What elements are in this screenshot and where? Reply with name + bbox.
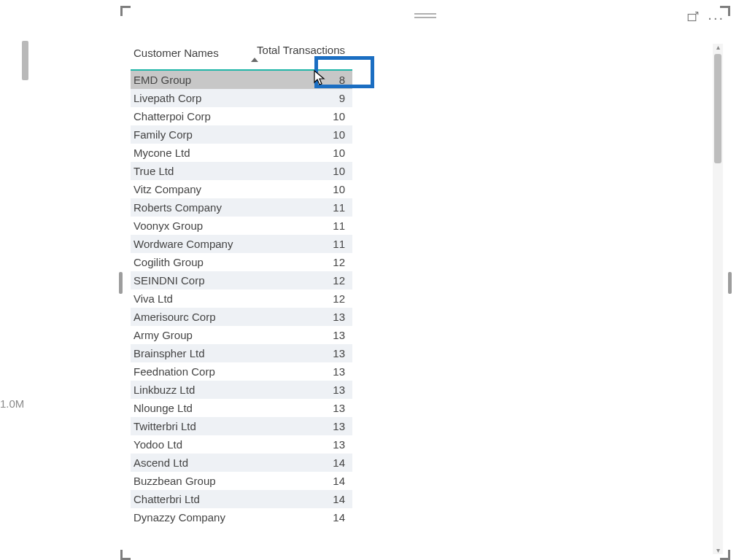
sort-ascending-icon xyxy=(251,58,258,62)
table-row[interactable]: Family Corp10 xyxy=(131,125,352,144)
table-scrollbar[interactable]: ▴ ▾ xyxy=(713,44,723,554)
cell-customer-name[interactable]: Family Corp xyxy=(131,125,246,144)
table-row[interactable]: Ascend Ltd14 xyxy=(131,454,352,472)
table-row[interactable]: Livepath Corp9 xyxy=(131,89,352,107)
cell-customer-name[interactable]: Army Group xyxy=(131,326,246,344)
cell-total-transactions[interactable]: 11 xyxy=(246,198,352,217)
table-row[interactable]: Chatterpoi Corp10 xyxy=(131,107,352,125)
cell-total-transactions[interactable]: 13 xyxy=(246,435,352,454)
cell-total-transactions[interactable]: 11 xyxy=(246,217,352,235)
cell-total-transactions[interactable]: 10 xyxy=(246,107,352,125)
table-row[interactable]: EMD Group8 xyxy=(131,70,352,89)
scroll-down-icon[interactable]: ▾ xyxy=(714,547,721,554)
cell-customer-name[interactable]: Chatterbri Ltd xyxy=(131,490,246,508)
cell-customer-name[interactable]: Vitz Company xyxy=(131,180,246,198)
table-wrap: Customer Names Total Transactions EMD Gr… xyxy=(131,39,352,560)
table-row[interactable]: SEINDNI Corp12 xyxy=(131,271,352,289)
cell-total-transactions[interactable]: 14 xyxy=(246,490,352,508)
resize-handle-tl[interactable] xyxy=(120,6,131,16)
cell-total-transactions[interactable]: 8 xyxy=(246,70,352,89)
table-row[interactable]: Feednation Corp13 xyxy=(131,362,352,381)
cell-customer-name[interactable]: Feednation Corp xyxy=(131,362,246,381)
resize-handle-left[interactable] xyxy=(119,272,123,294)
table-row[interactable]: Vitz Company10 xyxy=(131,180,352,198)
cell-customer-name[interactable]: Dynazzy Company xyxy=(131,508,246,526)
table-row[interactable]: Roberts Company11 xyxy=(131,198,352,217)
column-header-total[interactable]: Total Transactions xyxy=(246,39,352,70)
svg-rect-0 xyxy=(689,15,697,21)
table-row[interactable]: Voonyx Group11 xyxy=(131,217,352,235)
cell-customer-name[interactable]: Brainspher Ltd xyxy=(131,344,246,362)
table-row[interactable]: Viva Ltd12 xyxy=(131,289,352,308)
cell-total-transactions[interactable]: 13 xyxy=(246,308,352,326)
neighbor-scroll-track xyxy=(7,0,32,560)
cell-customer-name[interactable]: Buzzbean Group xyxy=(131,472,246,490)
table-row[interactable]: Army Group13 xyxy=(131,326,352,344)
cell-total-transactions[interactable]: 13 xyxy=(246,344,352,362)
cell-customer-name[interactable]: SEINDNI Corp xyxy=(131,271,246,289)
cell-customer-name[interactable]: Nlounge Ltd xyxy=(131,399,246,417)
table-row[interactable]: Twitterbri Ltd13 xyxy=(131,417,352,435)
column-header-names[interactable]: Customer Names xyxy=(131,39,246,70)
customer-transactions-table: Customer Names Total Transactions EMD Gr… xyxy=(131,39,352,526)
cell-customer-name[interactable]: True Ltd xyxy=(131,162,246,180)
cell-total-transactions[interactable]: 14 xyxy=(246,454,352,472)
cell-customer-name[interactable]: Chatterpoi Corp xyxy=(131,107,246,125)
resize-handle-right[interactable] xyxy=(728,272,732,294)
neighbor-scroll-thumb[interactable] xyxy=(22,41,28,80)
table-visual[interactable]: ··· Customer Names Total Transactions EM… xyxy=(120,6,730,560)
cell-total-transactions[interactable]: 12 xyxy=(246,253,352,271)
cell-total-transactions[interactable]: 13 xyxy=(246,362,352,381)
cell-customer-name[interactable]: Twitterbri Ltd xyxy=(131,417,246,435)
resize-handle-bl[interactable] xyxy=(120,550,131,560)
cell-total-transactions[interactable]: 14 xyxy=(246,508,352,526)
scroll-thumb[interactable] xyxy=(714,54,721,163)
column-header-total-label: Total Transactions xyxy=(257,44,345,56)
table-row[interactable]: Linkbuzz Ltd13 xyxy=(131,381,352,399)
cell-customer-name[interactable]: Mycone Ltd xyxy=(131,144,246,162)
cell-customer-name[interactable]: Linkbuzz Ltd xyxy=(131,381,246,399)
cell-customer-name[interactable]: Roberts Company xyxy=(131,198,246,217)
table-row[interactable]: Dynazzy Company14 xyxy=(131,508,352,526)
cell-total-transactions[interactable]: 9 xyxy=(246,89,352,107)
table-row[interactable]: True Ltd10 xyxy=(131,162,352,180)
cell-total-transactions[interactable]: 13 xyxy=(246,326,352,344)
cell-total-transactions[interactable]: 13 xyxy=(246,417,352,435)
cell-customer-name[interactable]: Cogilith Group xyxy=(131,253,246,271)
table-row[interactable]: Cogilith Group12 xyxy=(131,253,352,271)
more-options-icon[interactable]: ··· xyxy=(708,12,724,23)
cell-total-transactions[interactable]: 13 xyxy=(246,381,352,399)
visual-header-actions: ··· xyxy=(686,10,724,25)
cell-total-transactions[interactable]: 10 xyxy=(246,144,352,162)
cell-total-transactions[interactable]: 13 xyxy=(246,399,352,417)
cell-customer-name[interactable]: Amerisourc Corp xyxy=(131,308,246,326)
cell-customer-name[interactable]: Wordware Company xyxy=(131,235,246,253)
visual-drag-grip[interactable] xyxy=(414,13,436,20)
table-row[interactable]: Buzzbean Group14 xyxy=(131,472,352,490)
cell-customer-name[interactable]: EMD Group xyxy=(131,70,246,89)
table-row[interactable]: Yodoo Ltd13 xyxy=(131,435,352,454)
cell-total-transactions[interactable]: 12 xyxy=(246,271,352,289)
table-row[interactable]: Nlounge Ltd13 xyxy=(131,399,352,417)
cell-customer-name[interactable]: Viva Ltd xyxy=(131,289,246,308)
table-row[interactable]: Mycone Ltd10 xyxy=(131,144,352,162)
cell-customer-name[interactable]: Yodoo Ltd xyxy=(131,435,246,454)
table-row[interactable]: Amerisourc Corp13 xyxy=(131,308,352,326)
cell-total-transactions[interactable]: 10 xyxy=(246,180,352,198)
table-row[interactable]: Wordware Company11 xyxy=(131,235,352,253)
cell-customer-name[interactable]: Ascend Ltd xyxy=(131,454,246,472)
cell-total-transactions[interactable]: 10 xyxy=(246,162,352,180)
cell-total-transactions[interactable]: 11 xyxy=(246,235,352,253)
cell-customer-name[interactable]: Livepath Corp xyxy=(131,89,246,107)
cell-total-transactions[interactable]: 14 xyxy=(246,472,352,490)
table-row[interactable]: Brainspher Ltd13 xyxy=(131,344,352,362)
scroll-up-icon[interactable]: ▴ xyxy=(714,44,721,51)
table-row[interactable]: Chatterbri Ltd14 xyxy=(131,490,352,508)
cell-total-transactions[interactable]: 12 xyxy=(246,289,352,308)
cell-total-transactions[interactable]: 10 xyxy=(246,125,352,144)
cell-customer-name[interactable]: Voonyx Group xyxy=(131,217,246,235)
neighbor-axis-label: 1.0M xyxy=(0,397,24,410)
focus-mode-icon[interactable] xyxy=(686,10,700,25)
